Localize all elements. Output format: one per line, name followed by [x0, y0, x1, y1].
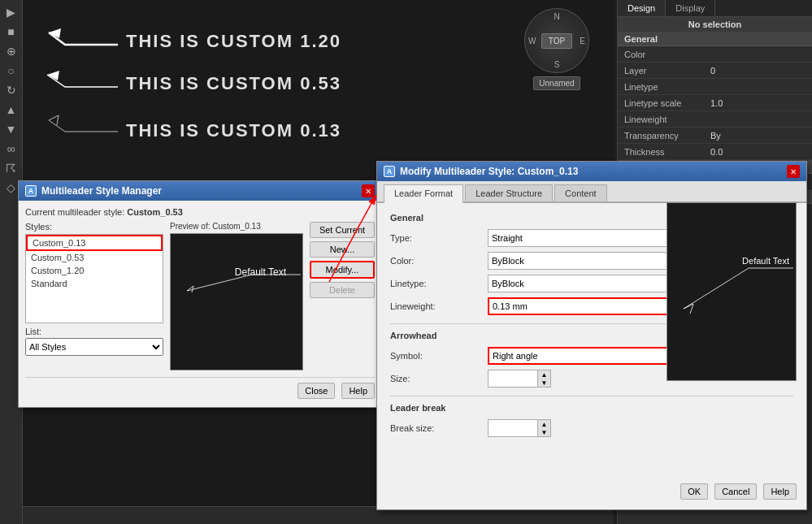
modify-dialog-icon: A — [384, 166, 395, 177]
styles-list[interactable]: Custom_0.13 Custom_0.53 Custom_1.20 Stan… — [25, 234, 163, 323]
close-btn[interactable]: Close — [297, 383, 335, 399]
break-size-down-btn[interactable]: ▼ — [537, 428, 550, 436]
toolbar-btn-4[interactable]: ○ — [2, 62, 20, 80]
transparency-value: By — [707, 129, 812, 142]
toolbar-btn-6[interactable]: ▲ — [2, 101, 20, 119]
viewport-name: Unnamed — [533, 76, 580, 90]
break-size-spinner: 0.1250 ▲ ▼ — [488, 419, 551, 437]
design-tab[interactable]: Design — [618, 0, 666, 16]
modify-tabs: Leader Format Leader Structure Content — [377, 181, 806, 203]
compass-w: W — [528, 37, 536, 45]
break-size-up-btn[interactable]: ▲ — [537, 420, 550, 428]
preview-title: Preview of: Custom_0.13 — [170, 222, 303, 231]
canvas-text-1: THIS IS CUSTOM 1.20 — [126, 31, 341, 52]
modify-title: Modify Multileader Style: Custom_0.13 — [400, 166, 578, 177]
thickness-label: Thickness — [618, 145, 707, 158]
style-item-custom120[interactable]: Custom_1.20 — [26, 264, 163, 277]
color-label: Color — [618, 48, 707, 61]
cancel-btn[interactable]: Cancel — [714, 483, 757, 500]
break-size-input[interactable]: 0.1250 — [489, 420, 537, 436]
right-panel-tabs: Design Display — [618, 0, 812, 17]
modify-footer: OK Cancel Help — [680, 483, 797, 500]
preview-column: Preview of: Custom_0.13 Default Text — [170, 222, 303, 370]
display-tab[interactable]: Display — [666, 0, 715, 16]
set-current-btn[interactable]: Set Current — [310, 222, 375, 238]
new-btn[interactable]: New... — [310, 241, 375, 258]
size-down-btn[interactable]: ▼ — [537, 379, 550, 387]
list-label: List: — [25, 327, 163, 336]
styles-panel: Styles: Custom_0.13 Custom_0.53 Custom_1… — [25, 222, 163, 370]
viewport-controls: N S W E TOP Unnamed — [524, 8, 589, 90]
size-label: Size: — [390, 374, 488, 383]
leader-break-title: Leader break — [390, 403, 793, 413]
linetype-scale-value: 1.0 — [707, 97, 812, 110]
list-select[interactable]: All Styles — [25, 338, 163, 356]
break-size-row: Break size: 0.1250 ▲ ▼ — [390, 419, 793, 437]
toolbar-btn-9[interactable]: ☈ — [2, 159, 20, 177]
modify-title-bar[interactable]: A Modify Multileader Style: Custom_0.13 … — [377, 162, 806, 181]
modify-close-btn[interactable]: ✕ — [787, 165, 800, 178]
compass[interactable]: N S W E TOP — [524, 8, 589, 73]
toolbar-btn-3[interactable]: ⊕ — [2, 42, 20, 60]
toolbar-btn-1[interactable]: ▶ — [2, 3, 20, 21]
leader-structure-tab[interactable]: Leader Structure — [465, 184, 553, 201]
preview-default-text: Default Text — [235, 266, 286, 278]
buttons-panel: Set Current New... Modify... Delete — [310, 222, 375, 370]
modify-preview-svg — [667, 203, 796, 380]
no-selection-text: No selection — [618, 17, 812, 32]
ok-btn[interactable]: OK — [680, 483, 708, 500]
preview-panel: Default Text — [170, 233, 303, 370]
delete-btn[interactable]: Delete — [310, 282, 375, 298]
current-style-value: Custom_0.53 — [127, 207, 182, 217]
break-size-control: 0.1250 ▲ ▼ — [488, 419, 793, 437]
compass-e: E — [580, 37, 585, 45]
lineweight-value — [707, 118, 812, 121]
toolbar-btn-8[interactable]: ∞ — [2, 140, 20, 158]
content-tab[interactable]: Content — [554, 184, 607, 201]
lineweight-label: Lineweight — [618, 113, 707, 126]
toolbar-btn-2[interactable]: ■ — [2, 23, 20, 41]
size-up-btn[interactable]: ▲ — [537, 370, 550, 379]
transparency-label: Transparency — [618, 129, 707, 142]
transparency-row: Transparency By — [618, 128, 812, 144]
canvas-text-2: THIS IS CUSTOM 0.53 — [126, 73, 341, 94]
preview-svg — [171, 234, 302, 370]
color-mod-label: Color: — [390, 256, 488, 266]
break-size-spinner-buttons: ▲ ▼ — [537, 420, 550, 436]
general-section-header: General — [618, 32, 812, 46]
top-view-button[interactable]: TOP — [541, 33, 572, 49]
svg-marker-1 — [47, 71, 59, 80]
size-input[interactable]: 0.1800 — [489, 370, 537, 387]
break-size-label: Break size: — [390, 423, 488, 433]
help-btn[interactable]: Help — [341, 383, 375, 399]
color-row: Color — [618, 46, 812, 63]
toolbar-btn-7[interactable]: ▼ — [2, 120, 20, 138]
dialog-modify: A Modify Multileader Style: Custom_0.13 … — [376, 161, 807, 510]
modify-btn[interactable]: Modify... — [310, 261, 375, 279]
style-item-custom013[interactable]: Custom_0.13 — [26, 235, 163, 251]
lineweight-mod-label: Lineweight: — [390, 301, 488, 311]
toolbar-btn-5[interactable]: ↻ — [2, 81, 20, 99]
style-item-custom053[interactable]: Custom_0.53 — [26, 251, 163, 264]
canvas-text-3: THIS IS CUSTOM 0.13 — [126, 120, 341, 141]
modify-help-btn[interactable]: Help — [763, 483, 797, 500]
multileader-close-btn[interactable]: ✕ — [362, 184, 375, 197]
layer-value: 0 — [707, 64, 812, 77]
linetype-mod-label: Linetype: — [390, 279, 488, 288]
modify-preview-text: Default Text — [742, 256, 789, 266]
svg-marker-0 — [49, 28, 61, 38]
current-style-label: Current multileader style: — [25, 207, 124, 217]
style-item-standard[interactable]: Standard — [26, 277, 163, 290]
size-spinner: 0.1800 ▲ ▼ — [488, 370, 551, 388]
multileader-title-bar[interactable]: A Multileader Style Manager ✕ — [19, 181, 381, 201]
linetype-row: Linetype — [618, 79, 812, 95]
linetype-label: Linetype — [618, 80, 707, 93]
type-label: Type: — [390, 233, 488, 243]
lineweight-row: Lineweight — [618, 111, 812, 128]
svg-line-4 — [684, 268, 749, 309]
multileader-main: Styles: Custom_0.13 Custom_0.53 Custom_1… — [25, 222, 375, 370]
symbol-label: Symbol: — [390, 351, 488, 361]
leader-format-tab[interactable]: Leader Format — [384, 184, 463, 203]
modify-preview-panel: Default Text — [667, 202, 797, 381]
multileader-title: Multileader Style Manager — [41, 185, 162, 197]
